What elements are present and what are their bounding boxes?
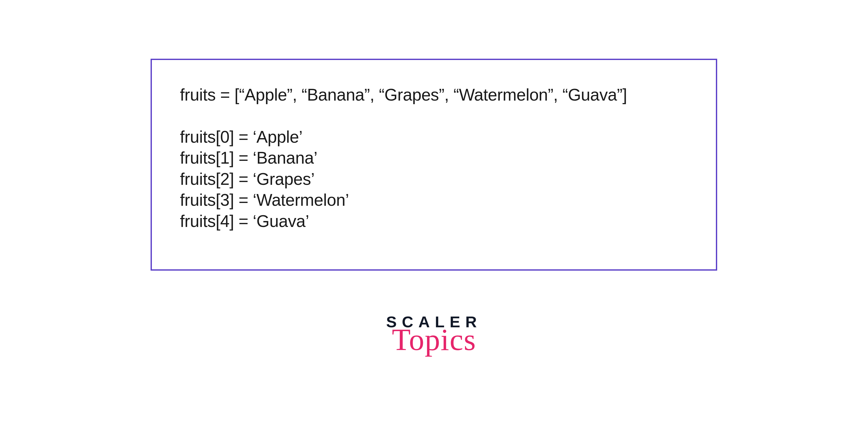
code-line-1: fruits[1] = ‘Banana’ <box>180 147 688 169</box>
code-line-0: fruits[0] = ‘Apple’ <box>180 126 688 148</box>
code-gap <box>180 106 688 126</box>
code-line-4: fruits[4] = ‘Guava’ <box>180 211 688 232</box>
brand-logo: SCALER Topics <box>386 313 482 355</box>
code-box: fruits = [“Apple”, “Banana”, “Grapes”, “… <box>151 59 717 271</box>
brand-name-bottom: Topics <box>386 325 482 355</box>
code-declaration: fruits = [“Apple”, “Banana”, “Grapes”, “… <box>180 84 688 106</box>
page-wrap: fruits = [“Apple”, “Banana”, “Grapes”, “… <box>0 0 868 422</box>
code-line-2: fruits[2] = ‘Grapes’ <box>180 169 688 190</box>
code-line-3: fruits[3] = ‘Watermelon’ <box>180 189 688 211</box>
